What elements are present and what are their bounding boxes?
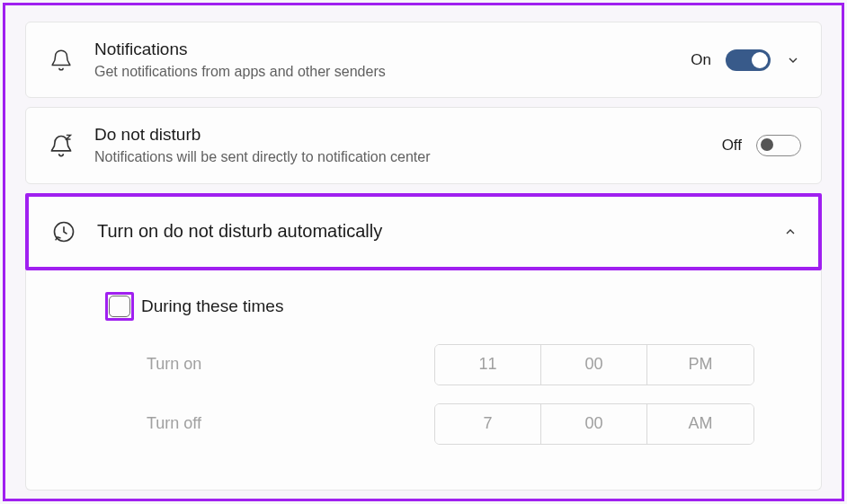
dnd-toggle[interactable] bbox=[756, 135, 801, 156]
auto-dnd-panel: During these times Turn on 11 00 PM Turn… bbox=[25, 270, 822, 491]
notifications-row[interactable]: Notifications Get notifications from app… bbox=[25, 22, 822, 98]
turn-on-hour[interactable]: 11 bbox=[435, 345, 541, 385]
dnd-text: Do not disturb Notifications will be sen… bbox=[94, 124, 722, 166]
during-times-checkbox[interactable] bbox=[109, 296, 130, 317]
checkbox-highlight bbox=[105, 292, 134, 321]
turn-off-row: Turn off 7 00 AM bbox=[147, 403, 801, 445]
turn-off-time-picker[interactable]: 7 00 AM bbox=[434, 403, 754, 445]
turn-off-hour[interactable]: 7 bbox=[435, 404, 541, 444]
turn-on-label: Turn on bbox=[147, 355, 434, 374]
dnd-title: Do not disturb bbox=[94, 124, 722, 146]
notifications-toggle[interactable] bbox=[726, 49, 771, 71]
turn-on-row: Turn on 11 00 PM bbox=[147, 344, 801, 385]
auto-dnd-title: Turn on do not disturb automatically bbox=[97, 221, 782, 242]
turn-on-minute[interactable]: 00 bbox=[541, 345, 647, 385]
clock-reset-icon bbox=[49, 217, 79, 247]
turn-off-ampm[interactable]: AM bbox=[647, 404, 753, 444]
bell-icon bbox=[46, 45, 76, 75]
notifications-state-label: On bbox=[691, 51, 711, 69]
during-times-row[interactable]: During these times bbox=[105, 292, 801, 321]
turn-on-ampm[interactable]: PM bbox=[647, 345, 753, 385]
turn-on-time-picker[interactable]: 11 00 PM bbox=[434, 344, 754, 385]
turn-off-label: Turn off bbox=[147, 414, 434, 433]
auto-dnd-header[interactable]: Turn on do not disturb automatically bbox=[25, 193, 822, 270]
chevron-down-icon[interactable] bbox=[785, 52, 801, 68]
dnd-row[interactable]: Do not disturb Notifications will be sen… bbox=[25, 107, 822, 183]
dnd-subtitle: Notifications will be sent directly to n… bbox=[94, 148, 722, 167]
bell-snooze-icon bbox=[46, 130, 76, 161]
notifications-title: Notifications bbox=[94, 39, 691, 61]
turn-off-minute[interactable]: 00 bbox=[541, 404, 647, 444]
notifications-text: Notifications Get notifications from app… bbox=[94, 39, 691, 81]
notifications-subtitle: Get notifications from apps and other se… bbox=[94, 63, 691, 82]
chevron-up-icon[interactable] bbox=[782, 224, 798, 240]
dnd-state-label: Off bbox=[722, 137, 742, 155]
during-times-label: During these times bbox=[141, 296, 283, 316]
